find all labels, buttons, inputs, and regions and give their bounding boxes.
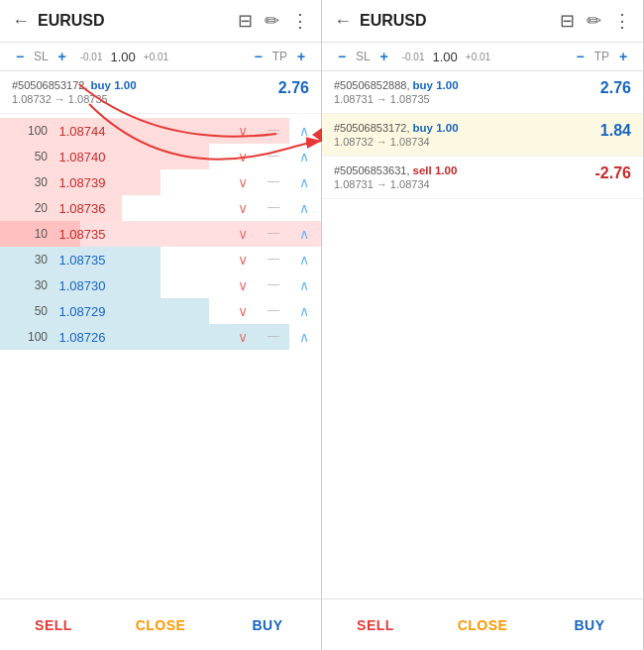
right-tp-minus[interactable]: − [573, 49, 589, 64]
left-header: ← EURUSD ⊟ ✏ ⋮ [0, 0, 321, 43]
right-header: ← EURUSD ⊟ ✏ ⋮ [322, 0, 643, 43]
ob-ask-up-0[interactable]: ∧ [299, 123, 309, 139]
right-footer: SELL CLOSE BUY [322, 598, 643, 650]
left-sl-adj-minus: -0.01 [80, 52, 103, 62]
left-trade-id-0: #50506853172, [12, 79, 91, 91]
ob-bid-up-1[interactable]: ∧ [299, 277, 309, 293]
left-sl-adj-plus: +0.01 [144, 52, 168, 62]
right-title: EURUSD [360, 12, 552, 30]
right-sell-button[interactable]: SELL [322, 599, 429, 650]
ob-ask-row-3[interactable]: 20 1.08736 ∨ — ∧ [0, 195, 321, 221]
ob-ask-up-3[interactable]: ∧ [299, 200, 309, 216]
ob-bid-row-0[interactable]: 30 1.08735 ∨ — ∧ [0, 247, 321, 272]
right-trade-type-2: sell 1.00 [413, 164, 458, 176]
right-sl-tp-row: − SL + -0.01 1.00 +0.01 − TP + [322, 43, 643, 71]
left-tp-plus[interactable]: + [293, 49, 309, 64]
left-tp-minus[interactable]: − [251, 49, 267, 64]
right-sl-label: SL [356, 50, 371, 63]
ob-ask-row-1[interactable]: 50 1.08740 ∨ — ∧ [0, 144, 321, 169]
left-trade-route-0: 1.08732 → 1.08735 [12, 93, 137, 105]
right-tp-label: TP [594, 50, 609, 63]
right-trade-type-0: buy 1.00 [413, 79, 459, 91]
ob-ask-up-1[interactable]: ∧ [299, 149, 309, 164]
ob-bid-qty-3: 100 [12, 330, 48, 344]
right-trade-id-1: #50506853172, [334, 122, 413, 134]
right-trade-type-1: buy 1.00 [413, 122, 459, 134]
ob-ask-up-2[interactable]: ∧ [299, 174, 309, 190]
left-sl-value: 1.00 [110, 50, 135, 64]
right-buy-button[interactable]: BUY [536, 599, 643, 650]
ob-bid-price-1: 1.08730 [48, 278, 117, 293]
left-tp-label: TP [272, 50, 287, 63]
left-trade-type-0: buy 1.00 [91, 79, 137, 91]
right-sl-plus[interactable]: + [376, 49, 392, 64]
ob-bid-up-0[interactable]: ∧ [299, 252, 309, 268]
ob-bid-down-3[interactable]: ∨ [238, 329, 248, 345]
ob-ask-price-0: 1.08744 [48, 124, 117, 139]
right-tp-plus[interactable]: + [615, 49, 631, 64]
ob-bid-price-0: 1.08735 [48, 253, 117, 268]
ob-bid-row-2[interactable]: 50 1.08729 ∨ — ∧ [0, 298, 321, 324]
ob-bid-down-0[interactable]: ∨ [238, 252, 248, 268]
right-trade-route-1: 1.08732 → 1.08734 [334, 136, 459, 148]
left-buy-button[interactable]: BUY [214, 599, 321, 650]
ob-bid-price-3: 1.08726 [48, 330, 117, 345]
ob-ask-qty-1: 50 [12, 150, 48, 163]
ob-bid-up-2[interactable]: ∧ [299, 303, 309, 319]
ob-ask-row-2[interactable]: 30 1.08739 ∨ — ∧ [0, 169, 321, 195]
left-footer: SELL CLOSE BUY [0, 598, 321, 650]
ob-ask-qty-2: 30 [12, 175, 48, 189]
ob-bid-down-1[interactable]: ∨ [238, 277, 248, 293]
right-trade-pnl-2: -2.76 [595, 164, 631, 182]
right-close-button[interactable]: CLOSE [429, 599, 536, 650]
ob-bid-price-2: 1.08729 [48, 304, 117, 319]
left-header-icons: ⊟ ✏ ⋮ [238, 10, 309, 32]
left-back-button[interactable]: ← [12, 11, 30, 32]
ob-ask-up-4[interactable]: ∧ [299, 226, 309, 242]
left-pencil-icon[interactable]: ✏ [265, 10, 279, 32]
right-sl-minus[interactable]: − [334, 49, 350, 64]
right-sl-adj-plus: +0.01 [466, 52, 490, 62]
right-back-button[interactable]: ← [334, 11, 352, 32]
ob-bid-row-1[interactable]: 30 1.08730 ∨ — ∧ [0, 272, 321, 298]
right-trade-row-2[interactable]: #50506853631, sell 1.00 1.08731 → 1.0873… [322, 157, 643, 199]
ob-ask-price-1: 1.08740 [48, 150, 117, 164]
ob-ask-row-0[interactable]: 100 1.08744 ∨ — ∧ [0, 118, 321, 144]
right-panel: ← EURUSD ⊟ ✏ ⋮ − SL + -0.01 1.00 +0.01 −… [322, 0, 644, 650]
left-sl-plus[interactable]: + [54, 49, 70, 64]
ob-ask-qty-0: 100 [12, 124, 48, 138]
ob-ask-row-4[interactable]: 10 1.08735 ∨ — ∧ [0, 221, 321, 247]
right-spacer [322, 199, 643, 598]
ob-bid-up-3[interactable]: ∧ [299, 329, 309, 345]
ob-bid-down-2[interactable]: ∨ [238, 303, 248, 319]
right-trade-route-0: 1.08731 → 1.08735 [334, 93, 459, 105]
left-cylinder-icon[interactable]: ⊟ [238, 10, 253, 32]
ob-ask-qty-3: 20 [12, 201, 48, 215]
right-trade-pnl-0: 2.76 [600, 79, 631, 97]
right-trade-id-0: #50506852888, [334, 79, 413, 91]
ob-ask-price-2: 1.08739 [48, 175, 117, 190]
left-close-button[interactable]: CLOSE [107, 599, 214, 650]
ob-ask-down-2[interactable]: ∨ [238, 174, 248, 190]
ob-ask-down-3[interactable]: ∨ [238, 200, 248, 216]
left-more-icon[interactable]: ⋮ [291, 10, 309, 32]
left-title: EURUSD [38, 12, 230, 30]
ob-ask-down-1[interactable]: ∨ [238, 149, 248, 164]
right-trade-id-2: #50506853631, [334, 164, 413, 176]
right-pencil-icon[interactable]: ✏ [587, 10, 601, 32]
left-panel: ← EURUSD ⊟ ✏ ⋮ − SL + -0.01 1.00 +0.01 −… [0, 0, 322, 650]
left-sl-label: SL [34, 50, 49, 63]
ob-ask-down-4[interactable]: ∨ [238, 226, 248, 242]
right-trade-row-0[interactable]: #50506852888, buy 1.00 1.08731 → 1.08735… [322, 71, 643, 114]
left-trade-row-0[interactable]: #50506853172, buy 1.00 1.08732 → 1.08735… [0, 71, 321, 114]
ob-ask-qty-4: 10 [12, 227, 48, 241]
right-trade-route-2: 1.08731 → 1.08734 [334, 178, 457, 190]
left-sl-tp-row: − SL + -0.01 1.00 +0.01 − TP + [0, 43, 321, 71]
right-trade-row-1[interactable]: #50506853172, buy 1.00 1.08732 → 1.08734… [322, 114, 643, 157]
left-sl-minus[interactable]: − [12, 49, 28, 64]
ob-ask-down-0[interactable]: ∨ [238, 123, 248, 139]
ob-bid-row-3[interactable]: 100 1.08726 ∨ — ∧ [0, 324, 321, 350]
left-sell-button[interactable]: SELL [0, 599, 107, 650]
right-cylinder-icon[interactable]: ⊟ [560, 10, 575, 32]
right-more-icon[interactable]: ⋮ [613, 10, 631, 32]
